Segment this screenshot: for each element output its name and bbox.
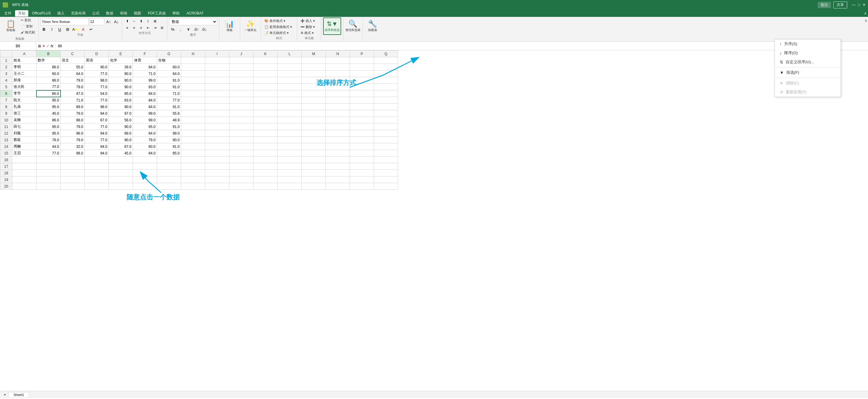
row-num-5[interactable]: 5: [0, 84, 12, 90]
cell-A2[interactable]: 李明: [12, 64, 36, 70]
col-header-C[interactable]: C: [61, 51, 85, 57]
cell-B13[interactable]: 78.0: [36, 137, 61, 143]
cell-J19[interactable]: [229, 176, 253, 183]
cell-J8[interactable]: [229, 104, 253, 110]
cell-A9[interactable]: 张三: [12, 110, 36, 117]
cell-G11[interactable]: 91.0: [157, 124, 181, 130]
cell-K9[interactable]: [253, 110, 278, 117]
cell-F3[interactable]: 71.0: [133, 70, 157, 77]
cell-N12[interactable]: [326, 130, 350, 137]
cell-G10[interactable]: 48.9: [157, 117, 181, 124]
menu-review[interactable]: 审阅: [117, 10, 130, 16]
cell-M15[interactable]: [302, 150, 326, 157]
cell-P17[interactable]: [350, 163, 374, 170]
cell-Q12[interactable]: [374, 130, 398, 137]
cell-N7[interactable]: [326, 97, 350, 104]
col-header-H[interactable]: H: [181, 51, 205, 57]
cell-M1[interactable]: [302, 57, 326, 64]
cell-N3[interactable]: [326, 70, 350, 77]
cell-N5[interactable]: [326, 84, 350, 90]
row-num-14[interactable]: 14: [0, 143, 12, 150]
cell-M7[interactable]: [302, 97, 326, 104]
col-header-E[interactable]: E: [109, 51, 133, 57]
cell-F8[interactable]: 84.0: [133, 104, 157, 110]
align-top-btn[interactable]: ⬆: [124, 18, 130, 24]
col-header-G[interactable]: G: [157, 51, 181, 57]
align-right-btn[interactable]: ≡: [138, 25, 144, 31]
col-header-B[interactable]: B: [36, 51, 61, 57]
format-painter-btn[interactable]: 🖌 格式刷: [19, 30, 36, 35]
cell-M11[interactable]: [302, 124, 326, 130]
table-format-btn[interactable]: 📋 套用表格格式 ▾: [263, 24, 295, 30]
cell-B11[interactable]: 95.0: [36, 124, 61, 130]
cell-J14[interactable]: [229, 143, 253, 150]
font-shrink-btn[interactable]: A↓: [113, 19, 120, 25]
cell-N2[interactable]: [326, 64, 350, 70]
cell-A10[interactable]: 吴柳: [12, 117, 36, 124]
cell-I19[interactable]: [205, 176, 229, 183]
cell-I5[interactable]: [205, 84, 229, 90]
add-sheet-btn[interactable]: +: [1, 392, 8, 398]
italic-btn[interactable]: I: [48, 26, 56, 33]
cell-C7[interactable]: 71.0: [61, 97, 85, 104]
row-num-20[interactable]: 20: [0, 183, 12, 190]
template-btn[interactable]: 📊 模板: [222, 18, 238, 35]
cell-F20[interactable]: [133, 183, 157, 190]
cell-M10[interactable]: [302, 117, 326, 124]
cell-C10[interactable]: 88.0: [61, 117, 85, 124]
cell-M17[interactable]: [302, 163, 326, 170]
insert-cells-btn[interactable]: ➕ 插入 ▾: [299, 18, 319, 24]
cell-B19[interactable]: [36, 176, 61, 183]
cell-Q5[interactable]: [374, 84, 398, 90]
cell-D18[interactable]: [85, 170, 109, 176]
cell-D19[interactable]: [85, 176, 109, 183]
cell-J9[interactable]: [229, 110, 253, 117]
row-num-9[interactable]: 9: [0, 110, 12, 117]
cell-E19[interactable]: [109, 176, 133, 183]
cell-C1[interactable]: 语文: [61, 57, 85, 64]
cell-C3[interactable]: 64.0: [61, 70, 85, 77]
cell-L14[interactable]: [278, 143, 302, 150]
cell-I15[interactable]: [205, 150, 229, 157]
cell-A13[interactable]: 蔡延: [12, 137, 36, 143]
cell-B9[interactable]: 45.0: [36, 110, 61, 117]
menu-data[interactable]: 数据: [103, 10, 116, 16]
cell-L6[interactable]: [278, 90, 302, 97]
cell-H19[interactable]: [181, 176, 205, 183]
comma-btn[interactable]: ,: [177, 26, 184, 33]
cell-F2[interactable]: 84.0: [133, 64, 157, 70]
menu-file[interactable]: 文件: [1, 10, 14, 16]
cell-M20[interactable]: [302, 183, 326, 190]
row-num-18[interactable]: 18: [0, 170, 12, 176]
function-icon[interactable]: fx: [51, 44, 53, 48]
cell-D13[interactable]: 77.0: [85, 137, 109, 143]
cell-J4[interactable]: [229, 77, 253, 84]
currency-btn[interactable]: ¥: [185, 26, 192, 33]
cell-J16[interactable]: [229, 157, 253, 163]
cell-N14[interactable]: [326, 143, 350, 150]
row-num-13[interactable]: 13: [0, 137, 12, 143]
cell-P2[interactable]: [350, 64, 374, 70]
cell-L8[interactable]: [278, 104, 302, 110]
cell-N9[interactable]: [326, 110, 350, 117]
cell-H13[interactable]: [181, 137, 205, 143]
cell-H17[interactable]: [181, 163, 205, 170]
cell-L10[interactable]: [278, 117, 302, 124]
cell-F9[interactable]: 99.0: [133, 110, 157, 117]
cell-B5[interactable]: 77.0: [36, 84, 61, 90]
cell-E11[interactable]: 90.0: [109, 124, 133, 130]
cell-A16[interactable]: [12, 157, 36, 163]
col-header-Q[interactable]: Q: [374, 51, 398, 57]
cell-G4[interactable]: 91.0: [157, 77, 181, 84]
cell-E10[interactable]: 56.0: [109, 117, 133, 124]
cell-E20[interactable]: [109, 183, 133, 190]
cell-N13[interactable]: [326, 137, 350, 143]
cell-H1[interactable]: [181, 57, 205, 64]
cell-H7[interactable]: [181, 97, 205, 104]
cell-C18[interactable]: [61, 170, 85, 176]
cell-K5[interactable]: [253, 84, 278, 90]
cell-E7[interactable]: 83.0: [109, 97, 133, 104]
cell-G19[interactable]: [157, 176, 181, 183]
cell-A18[interactable]: [12, 170, 36, 176]
cell-H4[interactable]: [181, 77, 205, 84]
